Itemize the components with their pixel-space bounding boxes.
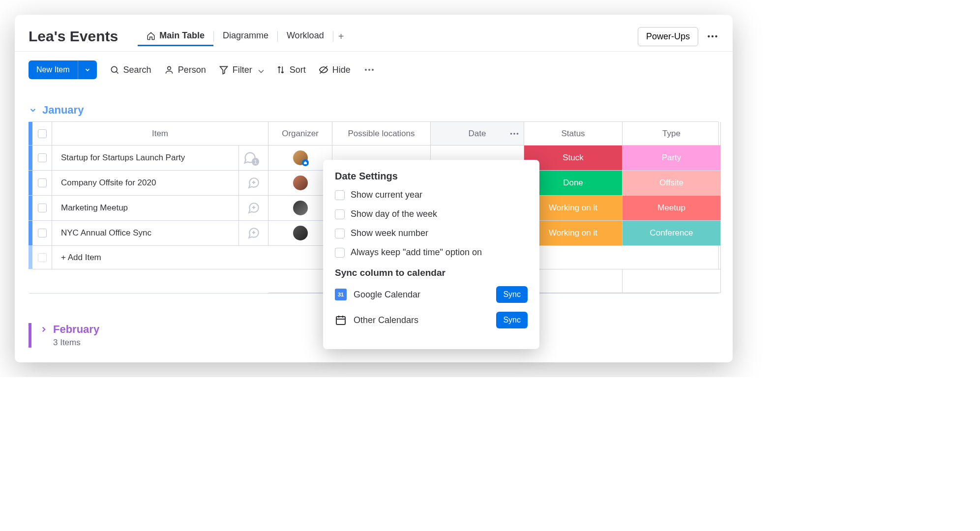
hide-icon <box>319 65 328 75</box>
checkbox[interactable] <box>38 204 47 212</box>
toolbar: New Item Search Person Filter Sort Hide <box>15 52 733 79</box>
search-tool[interactable]: Search <box>110 65 151 75</box>
tab-diagramme[interactable]: Diagramme <box>214 27 277 46</box>
row-select-cell[interactable] <box>32 171 52 196</box>
group-color-strip <box>29 246 32 269</box>
hide-tool[interactable]: Hide <box>319 65 351 75</box>
checkbox[interactable] <box>38 178 47 187</box>
chat-cell[interactable] <box>239 196 268 221</box>
svg-point-10 <box>372 69 374 71</box>
col-status[interactable]: Status <box>524 122 623 146</box>
sync-provider-label: Google Calendar <box>354 290 489 300</box>
col-date-label: Date <box>469 129 486 139</box>
chat-cell[interactable]: 1 <box>239 146 268 171</box>
chat-add-icon <box>247 202 260 214</box>
svg-point-1 <box>712 35 713 37</box>
type-cell[interactable]: Party <box>623 146 721 171</box>
chevron-right-icon <box>39 325 48 334</box>
filter-tool[interactable]: Filter <box>219 65 263 75</box>
sort-icon <box>276 65 286 75</box>
person-tool[interactable]: Person <box>164 65 206 75</box>
board-more-icon[interactable] <box>706 30 719 43</box>
option-label: Show day of the week <box>351 209 437 219</box>
row-select-cell[interactable] <box>32 196 52 221</box>
sort-tool[interactable]: Sort <box>276 65 306 75</box>
option-addtime[interactable]: Always keep "add time" option on <box>335 247 528 258</box>
toolbar-more-icon[interactable] <box>363 64 375 76</box>
select-all-cell[interactable] <box>32 122 52 146</box>
add-view-button[interactable]: + <box>333 28 349 45</box>
svg-point-3 <box>111 66 117 72</box>
option-label: Always keep "add time" option on <box>351 247 482 258</box>
filter-icon <box>219 65 229 75</box>
row-select-cell[interactable] <box>32 146 52 171</box>
type-cell[interactable]: Offsite <box>623 171 721 196</box>
checkbox[interactable] <box>38 153 47 162</box>
sync-button[interactable]: Sync <box>496 286 528 303</box>
svg-point-5 <box>167 66 171 70</box>
group-header[interactable]: January <box>29 104 719 117</box>
item-name-cell[interactable]: Startup for Startups Launch Party <box>52 146 239 171</box>
avatar <box>293 226 308 240</box>
item-name-cell[interactable]: NYC Annual Office Sync <box>52 221 239 246</box>
svg-line-4 <box>116 72 118 74</box>
col-locations[interactable]: Possible locations <box>332 122 431 146</box>
item-name-cell[interactable]: Marketing Meetup <box>52 196 239 221</box>
col-type[interactable]: Type <box>623 122 721 146</box>
chat-add-icon <box>247 227 260 239</box>
avatar <box>293 201 308 215</box>
tab-workload[interactable]: Workload <box>278 27 333 46</box>
table-header-row: Item Organizer Possible locations Date S… <box>29 122 718 146</box>
sync-button[interactable]: Sync <box>496 312 528 328</box>
svg-point-11 <box>510 133 512 135</box>
column-menu-icon[interactable] <box>509 128 520 139</box>
date-settings-popover: Date Settings Show current year Show day… <box>323 160 539 349</box>
col-item[interactable]: Item <box>52 122 268 146</box>
new-item-button[interactable]: New Item <box>29 60 78 79</box>
group-title: February <box>53 323 99 336</box>
powerups-button[interactable]: Power-Ups <box>638 27 698 46</box>
tab-label: Workload <box>287 30 324 41</box>
item-name-cell[interactable]: Company Offsite for 2020 <box>52 171 239 196</box>
chat-cell[interactable] <box>239 221 268 246</box>
checkbox[interactable] <box>38 129 47 138</box>
sync-section-title: Sync column to calendar <box>335 267 528 278</box>
popover-title: Date Settings <box>335 171 528 182</box>
col-date[interactable]: Date <box>431 122 524 146</box>
filter-label: Filter <box>233 65 252 75</box>
group-color-strip <box>29 146 32 171</box>
row-select-cell[interactable] <box>32 221 52 246</box>
search-label: Search <box>123 65 151 75</box>
option-show-weeknum[interactable]: Show week number <box>335 228 528 238</box>
option-show-dow[interactable]: Show day of the week <box>335 209 528 219</box>
new-item-dropdown[interactable] <box>78 60 97 79</box>
checkbox[interactable] <box>335 229 345 238</box>
type-cell[interactable]: Conference <box>623 221 721 246</box>
chat-count-badge: 1 <box>252 158 259 166</box>
checkbox <box>38 253 47 262</box>
type-cell[interactable]: Meetup <box>623 196 721 221</box>
sync-provider-label: Other Calendars <box>354 315 489 325</box>
board-header: Lea's Events Main Table Diagramme Worklo… <box>15 27 733 52</box>
board-container: Lea's Events Main Table Diagramme Worklo… <box>15 15 733 362</box>
chat-cell[interactable] <box>239 171 268 196</box>
option-show-year[interactable]: Show current year <box>335 190 528 200</box>
view-tabs: Main Table Diagramme Workload + <box>138 27 349 46</box>
col-organizer[interactable]: Organizer <box>268 122 332 146</box>
new-item-group: New Item <box>29 60 97 79</box>
chevron-down-icon <box>256 66 263 73</box>
svg-marker-6 <box>220 66 227 74</box>
checkbox[interactable] <box>335 209 345 219</box>
chevron-down-icon <box>29 106 37 115</box>
tab-main-table[interactable]: Main Table <box>138 27 213 46</box>
row-select-cell <box>32 246 52 269</box>
svg-point-8 <box>365 69 367 71</box>
group-color-strip <box>29 171 32 196</box>
home-mini-icon <box>302 159 309 166</box>
calendar-icon <box>335 314 347 326</box>
home-icon <box>147 31 155 40</box>
checkbox[interactable] <box>38 229 47 237</box>
option-label: Show week number <box>351 228 428 238</box>
checkbox[interactable] <box>335 248 345 258</box>
checkbox[interactable] <box>335 190 345 200</box>
